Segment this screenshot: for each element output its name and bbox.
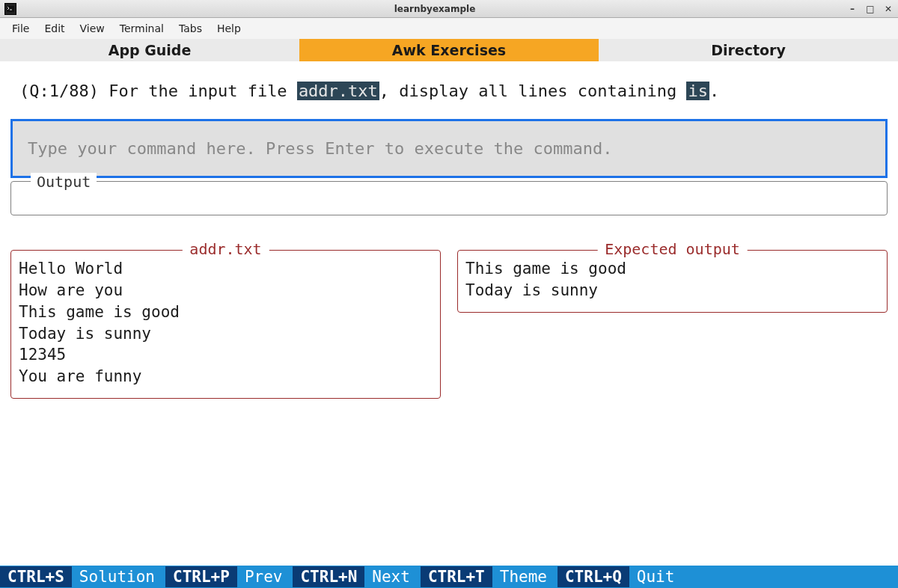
terminal-app-icon	[4, 3, 16, 15]
shortcut-key-solution[interactable]: CTRL+S	[0, 566, 72, 587]
app-body: App Guide Awk Exercises Directory (Q:1/8…	[0, 39, 898, 588]
tab-app-guide[interactable]: App Guide	[0, 39, 299, 61]
question-text: (Q:1/88) For the input file addr.txt, di…	[19, 81, 883, 102]
question-prefix: (Q:1/88) For the input file	[19, 82, 297, 100]
command-input-placeholder: Type your command here. Press Enter to e…	[28, 139, 870, 158]
content-area: (Q:1/88) For the input file addr.txt, di…	[0, 61, 898, 566]
tabs-row: App Guide Awk Exercises Directory	[0, 39, 898, 61]
menu-view[interactable]: View	[74, 19, 111, 37]
expected-output-content: This game is good Today is sunny	[465, 258, 879, 301]
shortcut-key-prev[interactable]: CTRL+P	[165, 566, 237, 587]
expected-output-panel: Expected output This game is good Today …	[457, 250, 888, 313]
menu-help[interactable]: Help	[211, 19, 247, 37]
menu-edit[interactable]: Edit	[38, 19, 70, 37]
question-code-pattern: is	[686, 82, 709, 100]
shortcut-key-quit[interactable]: CTRL+Q	[558, 566, 629, 587]
window-titlebar: learnbyexample – □ ✕	[0, 0, 898, 18]
shortcut-label-quit: Quit	[629, 566, 685, 587]
question-suffix: .	[709, 82, 719, 100]
output-label: Output	[31, 173, 97, 191]
tab-directory[interactable]: Directory	[599, 39, 898, 61]
tab-awk-exercises[interactable]: Awk Exercises	[299, 39, 599, 61]
menu-terminal[interactable]: Terminal	[114, 19, 170, 37]
output-panel: Output	[10, 181, 888, 215]
question-code-filename: addr.txt	[297, 82, 379, 100]
shortcut-label-solution: Solution	[72, 566, 165, 587]
menu-tabs[interactable]: Tabs	[173, 19, 208, 37]
shortcut-label-prev: Prev	[237, 566, 293, 587]
menubar: File Edit View Terminal Tabs Help	[0, 18, 898, 39]
input-file-content: Hello World How are you This game is goo…	[19, 258, 433, 388]
close-button[interactable]: ✕	[883, 4, 894, 14]
command-input[interactable]: Type your command here. Press Enter to e…	[10, 119, 888, 178]
input-file-panel: addr.txt Hello World How are you This ga…	[10, 250, 441, 399]
minimize-button[interactable]: –	[847, 4, 858, 14]
menu-file[interactable]: File	[6, 19, 35, 37]
question-mid: , display all lines containing	[379, 82, 687, 100]
expected-output-title: Expected output	[597, 240, 748, 258]
maximize-button[interactable]: □	[865, 4, 876, 14]
output-content	[20, 194, 878, 200]
shortcut-key-theme[interactable]: CTRL+T	[421, 566, 492, 587]
panels-row: addr.txt Hello World How are you This ga…	[10, 250, 888, 399]
window-title: learnbyexample	[22, 4, 847, 14]
input-file-title: addr.txt	[182, 240, 269, 258]
shortcut-label-next: Next	[364, 566, 421, 587]
shortcut-key-next[interactable]: CTRL+N	[293, 566, 364, 587]
footer-shortcuts: CTRL+S Solution CTRL+P Prev CTRL+N Next …	[0, 566, 898, 588]
shortcut-label-theme: Theme	[492, 566, 558, 587]
